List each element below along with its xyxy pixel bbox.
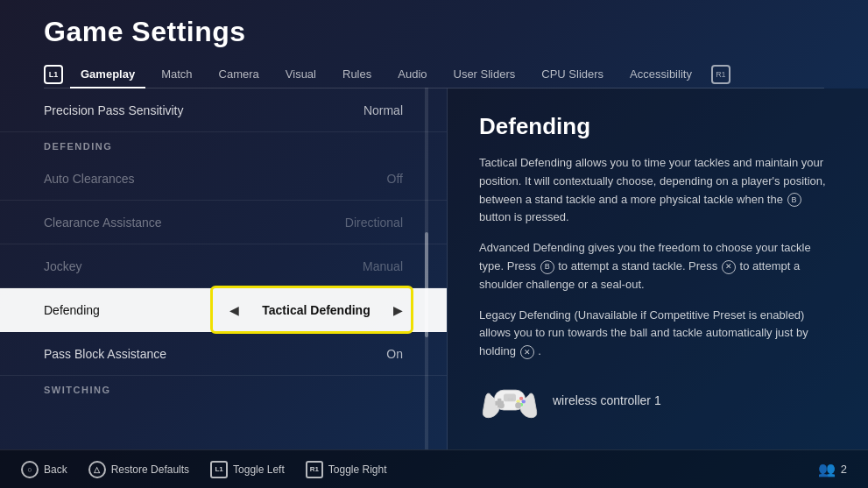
setting-row-precision-pass[interactable]: Precision Pass Sensitivity Normal (0, 88, 447, 132)
svg-point-9 (515, 402, 521, 408)
svg-point-10 (507, 398, 511, 401)
detail-text-1: Tactical Defending allows you to time yo… (479, 154, 836, 227)
l1-badge: L1 (44, 65, 63, 84)
app-container: Game Settings L1 Gameplay Match Camera V… (0, 0, 868, 488)
scroll-indicator (425, 88, 428, 449)
setting-row-pass-block[interactable]: Pass Block Assistance On (0, 332, 447, 376)
defending-value-selector: ◀ Tactical Defending ▶ (229, 303, 403, 317)
tab-match[interactable]: Match (151, 60, 202, 88)
x-button-icon: ✕ (722, 260, 736, 274)
main-body: Precision Pass Sensitivity Normal DEFEND… (0, 88, 868, 449)
users-count: 2 (841, 463, 847, 476)
svg-point-5 (522, 400, 526, 403)
toggle-right-button-icon: R1 (306, 461, 323, 478)
action-toggle-right[interactable]: R1 Toggle Right (306, 461, 387, 478)
detail-text-3: Legacy Defending (Unavailable if Competi… (479, 307, 836, 361)
detail-panel: Defending Tactical Defending allows you … (448, 88, 868, 449)
section-header-switching: SWITCHING (0, 376, 447, 400)
detail-text-2: Advanced Defending gives you the freedom… (479, 239, 836, 294)
controller-svg (479, 378, 540, 422)
action-restore[interactable]: △ Restore Defaults (88, 461, 189, 478)
selector-left-arrow[interactable]: ◀ (229, 303, 239, 317)
controller-section: wireless controller 1 (479, 378, 836, 422)
setting-row-clearance-assistance[interactable]: Clearance Assistance Directional (0, 201, 447, 244)
toggle-left-button-icon: L1 (210, 461, 228, 478)
tab-gameplay[interactable]: Gameplay (70, 60, 145, 88)
x-button-icon-2: ✕ (520, 345, 534, 359)
setting-row-auto-clearances[interactable]: Auto Clearances Off (0, 157, 447, 201)
svg-point-11 (511, 398, 514, 401)
tab-accessibility[interactable]: Accessibility (619, 60, 702, 88)
nav-tabs: L1 Gameplay Match Camera Visual Rules Au… (44, 60, 824, 88)
users-section: 👥 2 (818, 461, 847, 477)
back-button-icon: ○ (21, 461, 39, 478)
svg-point-8 (498, 402, 505, 408)
section-header-defending: DEFENDING (0, 132, 447, 157)
settings-panel: Precision Pass Sensitivity Normal DEFEND… (0, 88, 447, 449)
tab-camera[interactable]: Camera (208, 60, 270, 88)
tab-audio[interactable]: Audio (387, 60, 437, 88)
restore-button-icon: △ (88, 461, 106, 478)
tab-rules[interactable]: Rules (332, 60, 382, 88)
controller-name: wireless controller 1 (553, 393, 661, 407)
page-title: Game Settings (44, 16, 824, 48)
action-back[interactable]: ○ Back (21, 461, 67, 478)
r1-badge: R1 (711, 65, 730, 84)
b-button-icon: B (787, 193, 801, 207)
selector-right-arrow[interactable]: ▶ (393, 303, 403, 317)
users-icon: 👥 (818, 461, 836, 477)
b-button-icon-2: B (540, 260, 554, 274)
tab-cpu-sliders[interactable]: CPU Sliders (531, 60, 614, 88)
tab-visual[interactable]: Visual (275, 60, 327, 88)
header: Game Settings L1 Gameplay Match Camera V… (0, 0, 868, 88)
bottom-bar: ○ Back △ Restore Defaults L1 Toggle Left… (0, 449, 868, 488)
detail-title: Defending (479, 113, 836, 140)
scroll-thumb (425, 232, 428, 337)
setting-row-jockey[interactable]: Jockey Manual (0, 244, 447, 288)
svg-point-4 (519, 397, 523, 400)
action-toggle-left[interactable]: L1 Toggle Left (210, 461, 285, 478)
setting-row-defending[interactable]: Defending ◀ Tactical Defending ▶ (0, 288, 447, 332)
tab-user-sliders[interactable]: User Sliders (443, 60, 526, 88)
